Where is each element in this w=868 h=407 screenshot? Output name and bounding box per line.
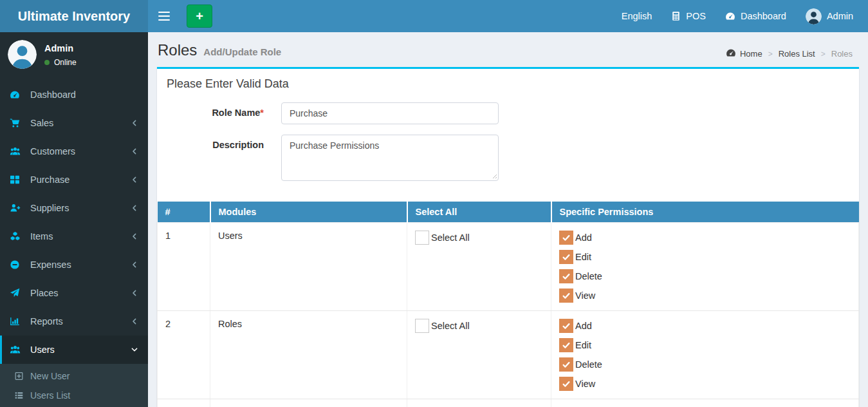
breadcrumb-label: Home — [740, 49, 762, 59]
column-header: # — [158, 202, 210, 223]
chevron-left-icon — [131, 317, 138, 325]
module-cell: Users — [210, 223, 407, 311]
select-all-cell: Select All — [407, 311, 551, 399]
sidebar-item-label: Dashboard — [30, 90, 76, 100]
checkbox-roles-view[interactable] — [559, 377, 573, 391]
sidebar-item-label: Items — [30, 231, 53, 241]
sidebar-item-items[interactable]: Items — [0, 222, 148, 251]
permission-label: Delete — [575, 271, 602, 281]
user-status-label: Online — [54, 58, 77, 67]
select-all-label: Select All — [431, 321, 470, 331]
plus-square-icon — [14, 372, 24, 381]
navbar-item-label: POS — [686, 11, 706, 21]
description-input[interactable]: Purchase Permissions — [281, 135, 499, 181]
checkbox-roles-add[interactable] — [559, 319, 573, 333]
app-logo[interactable]: Ultimate Inventory — [0, 0, 148, 32]
required-mark: * — [260, 108, 264, 118]
column-header: Select All — [407, 202, 551, 223]
module-cell: Roles — [210, 311, 407, 399]
quick-add-button[interactable]: + — [187, 5, 212, 28]
breadcrumb-label: Roles List — [779, 49, 815, 59]
select-all-cell: Select All — [407, 223, 551, 311]
page-subtitle: Add/Update Role — [203, 46, 281, 57]
table-row-tax: 3TaxSelect AllAdd — [158, 399, 859, 407]
sidebar-toggle-icon[interactable] — [148, 0, 180, 32]
permission-add: Add — [559, 231, 851, 245]
roles-form-panel: Please Enter Valid Data Role Name* Descr… — [157, 67, 859, 407]
navbar-item-pos[interactable]: POS — [661, 0, 716, 32]
chevron-left-icon — [131, 204, 138, 212]
checkbox-roles-edit[interactable] — [559, 338, 573, 352]
sidebar-item-label: Purchase — [30, 175, 69, 185]
checkbox-select-all-users[interactable] — [415, 231, 429, 245]
cart-icon — [10, 118, 24, 128]
top-navbar: Ultimate Inventory + EnglishPOSDashboard… — [0, 0, 868, 32]
navbar-item-english[interactable]: English — [612, 0, 662, 32]
chevron-left-icon — [131, 261, 138, 269]
users-icon — [10, 345, 24, 355]
role-name-row: Role Name* — [157, 102, 849, 124]
navbar-right-menu: EnglishPOSDashboardAdmin — [612, 0, 868, 32]
permission-label: Delete — [575, 359, 602, 370]
sidebar-item-expenses[interactable]: Expenses — [0, 251, 148, 279]
panel-title: Please Enter Valid Data — [157, 69, 859, 97]
checkbox-roles-delete[interactable] — [559, 357, 573, 372]
sidebar-item-places[interactable]: Places — [0, 279, 148, 307]
description-label: Description — [157, 135, 264, 181]
select-all-cell: Select All — [407, 399, 551, 407]
content-header: Roles Add/Update Role Home>Roles List>Ro… — [148, 32, 868, 67]
navbar-avatar — [806, 8, 822, 24]
breadcrumb: Home>Roles List>Roles — [726, 48, 853, 60]
user-plus-icon — [10, 203, 24, 213]
table-row-users: 1UsersSelect AllAddEditDeleteView — [158, 223, 859, 311]
sidebar-submenu: New UserUsers ListRoles List — [0, 364, 148, 407]
sidebar-item-customers[interactable]: Customers — [0, 137, 148, 166]
role-name-input[interactable] — [281, 102, 499, 124]
module-cell: Tax — [210, 399, 407, 407]
sidebar-item-label: Suppliers — [30, 203, 69, 213]
navbar-item-admin[interactable]: Admin — [796, 0, 863, 32]
sidebar-subitem-users-list[interactable]: Users List — [0, 386, 148, 405]
gauge-icon — [725, 11, 735, 21]
sidebar-item-sales[interactable]: Sales — [0, 109, 148, 137]
breadcrumb-separator: > — [768, 50, 773, 59]
online-status-icon — [44, 60, 50, 65]
breadcrumb-item-roles-list[interactable]: Roles List — [779, 49, 815, 59]
main-content: Roles Add/Update Role Home>Roles List>Ro… — [148, 32, 868, 407]
sidebar-item-dashboard[interactable]: Dashboard — [0, 80, 148, 109]
checkbox-users-edit[interactable] — [559, 250, 573, 264]
checkbox-users-delete[interactable] — [559, 269, 573, 283]
checkbox-users-add[interactable] — [559, 231, 573, 245]
sidebar-subitem-label: New User — [30, 371, 69, 381]
breadcrumb-separator: > — [821, 50, 826, 59]
permission-edit: Edit — [559, 338, 851, 352]
chevron-left-icon — [131, 147, 138, 155]
gauge-icon — [10, 90, 24, 100]
grid-icon — [10, 175, 24, 185]
navbar-item-label: Dashboard — [741, 11, 786, 21]
sidebar-item-suppliers[interactable]: Suppliers — [0, 194, 148, 222]
chevron-left-icon — [131, 289, 138, 297]
sidebar-item-reports[interactable]: Reports — [0, 307, 148, 336]
permission-label: Add — [575, 232, 592, 243]
breadcrumb-item-home[interactable]: Home — [726, 48, 762, 60]
sidebar-item-users[interactable]: Users — [0, 336, 148, 364]
permission-delete: Delete — [559, 269, 851, 283]
calculator-icon — [671, 11, 681, 21]
navbar-item-dashboard[interactable]: Dashboard — [716, 0, 796, 32]
sidebar-user-panel: Admin Online — [0, 32, 148, 77]
permission-label: Edit — [575, 252, 591, 262]
user-status: Online — [44, 58, 77, 67]
checkbox-select-all-roles[interactable] — [415, 319, 429, 333]
breadcrumb-label: Roles — [831, 49, 853, 59]
row-number-cell: 2 — [158, 311, 210, 399]
list-icon — [14, 391, 24, 400]
row-number-cell: 1 — [158, 223, 210, 311]
sidebar-subitem-new-user[interactable]: New User — [0, 366, 148, 386]
description-row: Description Purchase Permissions — [157, 135, 849, 181]
page-title-text: Roles — [158, 41, 197, 59]
specific-permissions-cell: AddEditDeleteView — [551, 223, 859, 311]
sidebar-menu: DashboardSalesCustomersPurchaseSuppliers… — [0, 80, 148, 407]
sidebar-item-purchase[interactable]: Purchase — [0, 166, 148, 194]
checkbox-users-view[interactable] — [559, 289, 573, 303]
